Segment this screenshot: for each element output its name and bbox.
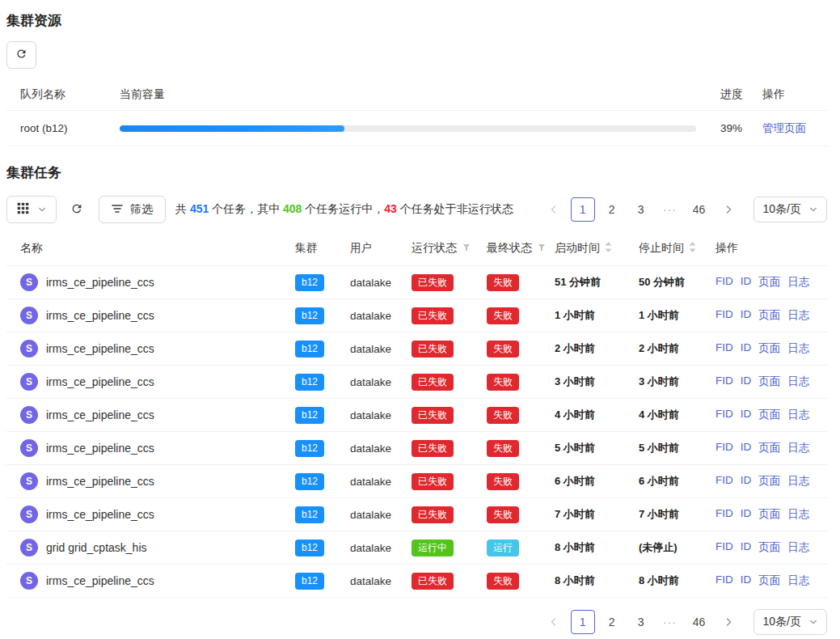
log-link[interactable]: 日志 <box>787 507 809 522</box>
log-link[interactable]: 日志 <box>787 408 809 422</box>
abnormal-task-count: 43 <box>384 202 397 215</box>
log-link[interactable]: 日志 <box>787 308 809 323</box>
manage-page-link[interactable]: 管理页面 <box>762 122 806 134</box>
cluster-badge: b12 <box>295 407 324 424</box>
col-header-run-status: 运行状态 <box>412 241 457 256</box>
avatar: S <box>20 406 38 424</box>
prev-page-button[interactable] <box>542 197 566 222</box>
run-status-badge: 已失败 <box>412 274 454 291</box>
fid-link[interactable]: FID <box>715 573 733 588</box>
page-size-select[interactable]: 10条/页 <box>753 609 827 635</box>
fid-link[interactable]: FID <box>715 308 733 323</box>
filter-funnel-icon[interactable] <box>462 242 471 255</box>
page-link[interactable]: 页面 <box>758 441 780 455</box>
next-page-button[interactable] <box>716 197 741 222</box>
start-time-cell: 51 分钟前 <box>555 275 639 290</box>
page-button-1[interactable]: 1 <box>571 610 595 634</box>
page-button-2[interactable]: 2 <box>600 610 624 634</box>
filter-funnel-icon[interactable] <box>537 242 547 255</box>
refresh-icon <box>15 48 27 62</box>
run-status-badge: 已失败 <box>412 341 454 358</box>
id-link[interactable]: ID <box>741 275 752 290</box>
fid-link[interactable]: FID <box>715 441 733 455</box>
page-button-3[interactable]: 3 <box>629 610 653 634</box>
page-link[interactable]: 页面 <box>758 275 780 290</box>
id-link[interactable]: ID <box>741 540 752 555</box>
page-link[interactable]: 页面 <box>758 408 780 422</box>
stop-time-cell: (未停止) <box>639 540 715 555</box>
log-link[interactable]: 日志 <box>787 573 809 588</box>
fid-link[interactable]: FID <box>715 275 733 290</box>
run-status-badge: 已失败 <box>412 473 454 490</box>
refresh-tasks-button[interactable] <box>70 196 83 223</box>
table-row: S irms_ce_pipeline_ccs b12 datalake 已失败 … <box>6 266 827 299</box>
id-link[interactable]: ID <box>741 408 752 422</box>
pagination-top: 1 2 3 ··· 46 <box>539 197 743 222</box>
id-link[interactable]: ID <box>741 507 752 522</box>
page-size-select[interactable]: 10条/页 <box>753 197 827 222</box>
start-time-cell: 8 小时前 <box>555 540 639 555</box>
id-link[interactable]: ID <box>741 573 752 588</box>
fid-link[interactable]: FID <box>715 375 733 389</box>
log-link[interactable]: 日志 <box>787 375 809 389</box>
next-page-button[interactable] <box>716 610 741 634</box>
page-button-3[interactable]: 3 <box>629 197 653 222</box>
page-link[interactable]: 页面 <box>758 474 780 489</box>
task-name: irms_ce_pipeline_ccs <box>46 508 154 521</box>
sort-icon[interactable] <box>689 242 696 255</box>
id-link[interactable]: ID <box>741 341 752 356</box>
fid-link[interactable]: FID <box>715 507 733 522</box>
grid-icon <box>17 202 29 217</box>
id-link[interactable]: ID <box>741 474 752 489</box>
final-status-badge: 失败 <box>487 506 519 523</box>
page-button-2[interactable]: 2 <box>600 197 624 222</box>
avatar: S <box>20 273 38 291</box>
page-link[interactable]: 页面 <box>758 375 780 389</box>
stop-time-cell: 50 分钟前 <box>639 275 715 290</box>
page-link[interactable]: 页面 <box>758 573 780 588</box>
task-name: irms_ce_pipeline_ccs <box>46 408 154 421</box>
page-jump-ellipsis[interactable]: ··· <box>658 197 682 222</box>
page-link[interactable]: 页面 <box>758 341 780 356</box>
page-jump-ellipsis[interactable]: ··· <box>658 610 682 634</box>
capacity-progress-fill <box>120 125 344 132</box>
page-link[interactable]: 页面 <box>758 308 780 323</box>
task-name: grid grid_cptask_his <box>46 541 147 554</box>
page-size-value: 10条/页 <box>763 202 801 217</box>
id-link[interactable]: ID <box>741 375 752 389</box>
task-name: irms_ce_pipeline_ccs <box>46 475 154 488</box>
page-link[interactable]: 页面 <box>758 507 780 522</box>
fid-link[interactable]: FID <box>715 474 733 489</box>
running-task-count: 408 <box>283 202 302 215</box>
avatar: S <box>20 572 38 590</box>
page-button-46[interactable]: 46 <box>687 610 711 634</box>
page-button-46[interactable]: 46 <box>687 197 711 222</box>
fid-link[interactable]: FID <box>715 341 733 356</box>
log-link[interactable]: 日志 <box>787 441 809 455</box>
task-name: irms_ce_pipeline_ccs <box>46 276 154 289</box>
prev-page-button[interactable] <box>542 610 566 634</box>
col-header-stop-time: 停止时间 <box>639 241 684 256</box>
user-cell: datalake <box>350 509 412 521</box>
log-link[interactable]: 日志 <box>787 275 809 290</box>
fid-link[interactable]: FID <box>715 540 733 555</box>
id-link[interactable]: ID <box>741 441 752 455</box>
id-link[interactable]: ID <box>741 308 752 323</box>
fid-link[interactable]: FID <box>715 408 733 422</box>
page-link[interactable]: 页面 <box>758 540 780 555</box>
cluster-badge: b12 <box>295 506 324 523</box>
filter-button[interactable]: 筛选 <box>99 196 166 223</box>
layout-grid-button[interactable] <box>6 196 57 223</box>
log-link[interactable]: 日志 <box>787 540 809 555</box>
refresh-resources-button[interactable] <box>6 41 36 69</box>
run-status-badge: 已失败 <box>412 440 454 457</box>
sort-icon[interactable] <box>605 242 612 255</box>
col-header-actions: 操作 <box>715 241 827 256</box>
log-link[interactable]: 日志 <box>787 341 809 356</box>
cluster-badge: b12 <box>295 540 324 556</box>
log-link[interactable]: 日志 <box>787 474 809 489</box>
page-button-1[interactable]: 1 <box>571 197 595 222</box>
table-row: S grid grid_cptask_his b12 datalake 运行中 … <box>6 531 827 565</box>
refresh-icon <box>70 202 83 218</box>
table-row: S irms_ce_pipeline_ccs b12 datalake 已失败 … <box>6 299 827 332</box>
